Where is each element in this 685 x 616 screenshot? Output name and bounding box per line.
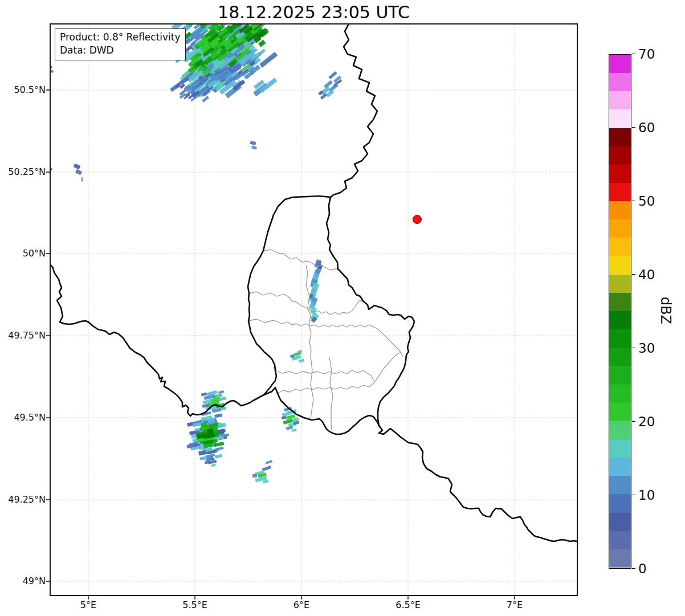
colorbar-segment [609,146,631,165]
district-border-path [329,357,333,433]
colorbar-segment [609,293,631,312]
district-border-path [311,356,313,418]
colorbar-segment [609,201,631,220]
colorbar-segment [609,385,631,403]
radar-echo-cluster-south-border-cell [281,407,299,432]
colorbar-segment [609,403,631,422]
district-border-path [248,319,403,357]
colorbar-tick [632,348,635,348]
colorbar-tick-label: 60 [638,120,655,136]
radar-echo-cluster-luxembourg-line-echo [308,259,323,323]
colorbar [609,54,631,569]
x-tick-label: 5°E [63,599,114,610]
y-tick-label: 50.25°N [0,166,46,178]
colorbar-segment [609,476,631,495]
colorbar-tick [632,201,635,201]
district-border-path [275,370,374,381]
colorbar-segment [609,513,631,532]
product-line: Product: 0.8° Reflectivity [60,31,181,44]
colorbar-tick [632,568,635,569]
country-border-path [331,24,377,197]
product-info-box: Product: 0.8° Reflectivity Data: DWD [55,28,186,60]
axis-ticks [46,90,515,599]
colorbar-segment [609,348,631,366]
y-tick-label: 50°N [0,248,46,259]
colorbar-segment [609,256,631,275]
data-source-line: Data: DWD [60,44,181,57]
colorbar-segment [609,531,631,550]
colorbar-segment [609,549,631,568]
radar-echo-cluster-bottom-center-cell [252,460,272,484]
colorbar-segment [609,183,631,202]
radar-echoes [47,13,342,484]
radar-echo-cluster-sw-storm-cells [186,411,229,467]
radar-echo-cluster-west-center-cell [291,350,304,363]
colorbar-tick [632,495,635,495]
colorbar-segment [609,219,631,238]
colorbar-segment [609,109,631,128]
colorbar-tick-label: 70 [638,46,655,62]
colorbar-tick-label: 40 [638,267,655,283]
colorbar-segment [609,421,631,440]
x-tick-label: 5.5°E [169,599,221,610]
colorbar-tick [632,127,635,128]
colorbar-segment [609,494,631,513]
y-tick-label: 49.5°N [0,412,46,423]
colorbar-tick-label: 20 [638,414,655,430]
y-tick-label: 50.5°N [0,84,46,96]
colorbar-segment [609,55,631,74]
colorbar-segment [609,91,631,110]
district-border-path [263,250,338,270]
colorbar-segment [609,311,631,330]
colorbar-segment [609,238,631,256]
colorbar-tick [632,54,635,54]
y-tick-label: 49°N [0,576,46,587]
y-tick-label: 49.25°N [0,494,46,505]
country-border-path [327,197,414,426]
district-border-path [249,292,363,315]
x-tick-label: 6°E [276,599,327,610]
radar-figure: { "title": "18.12.2025 23:05 UTC", "prod… [0,0,685,616]
colorbar-tick-label: 30 [638,340,655,356]
colorbar-tick-label: 10 [638,487,655,503]
y-tick-label: 49.75°N [0,330,46,341]
country-border-path [248,196,331,395]
radar-echo-cluster-nw-storm-area [170,13,278,103]
colorbar-segment [609,128,631,147]
country-border-path [50,264,264,416]
radar-map [0,0,685,616]
colorbar-axis-label: dBZ [658,293,674,328]
x-tick-label: 6.5°E [382,599,434,610]
district-borders [248,250,403,433]
x-tick-label: 7°E [489,599,540,610]
colorbar-segment [609,275,631,293]
colorbar-segment [609,458,631,476]
radar-echo-cluster-border-cell [318,71,342,100]
colorbar-segment [609,329,631,348]
colorbar-segment [609,73,631,92]
radar-site-marker [413,215,422,224]
colorbar-tick-label: 50 [638,193,655,209]
country-border-path [264,387,379,434]
colorbar-segment [609,439,631,458]
colorbar-segment [609,366,631,385]
colorbar-tick [632,421,635,422]
colorbar-segment [609,165,631,183]
radar-echo-cluster-sw-upper-cell [201,390,227,413]
colorbar-tick [632,274,635,275]
colorbar-tick-label: 0 [638,561,647,577]
country-border-path [379,426,577,541]
